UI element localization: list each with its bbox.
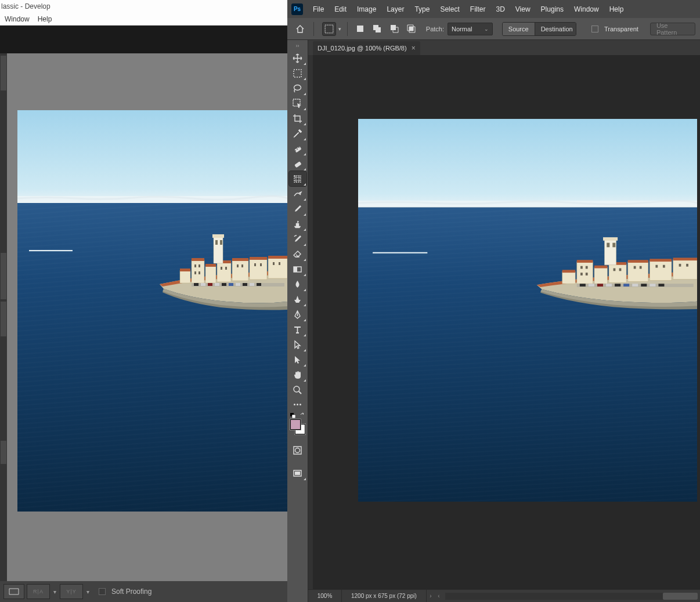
svg-point-16 [298,147,300,148]
ps-hscrollbar[interactable] [445,593,698,600]
lasso-tool-icon[interactable] [289,81,306,96]
ps-toolbox: ›› [287,40,308,602]
direct-select-tool-icon[interactable] [289,352,306,367]
ps-menu-plugins[interactable]: Plugins [536,0,569,18]
ps-document-tab[interactable]: DJI_0120.jpg @ 100% (RGB/8) × [313,41,420,55]
eraser-tool-icon[interactable] [289,246,306,262]
ps-canvas[interactable] [308,55,700,589]
ps-menu-file[interactable]: File [308,0,329,18]
type-tool-icon[interactable] [289,322,306,337]
dropdown-icon[interactable]: ▾ [85,589,91,595]
pen-tool-icon[interactable] [289,307,306,322]
patch-source-button[interactable]: Source [503,23,535,35]
selection-new-icon[interactable] [353,22,367,36]
use-pattern-button: Use Pattern [650,23,695,35]
fg-color-swatch[interactable] [290,419,301,430]
lr-menubar: Window Help [0,13,287,26]
ps-image [358,119,697,502]
close-icon[interactable]: × [412,44,416,52]
transparent-label[interactable]: Transparent [604,26,638,32]
spot-heal-tool-icon[interactable] [289,141,306,156]
marquee-tool-icon[interactable] [289,66,306,81]
lr-leftcol-btn[interactable] [1,56,6,90]
patch-tool-icon[interactable] [289,171,306,186]
ps-document-area: DJI_0120.jpg @ 100% (RGB/8) × 100% 1200 … [308,40,700,602]
selection-subtract-icon[interactable] [387,22,400,36]
lr-leftcol [0,53,7,581]
edit-toolbar-icon[interactable] [289,398,306,410]
ps-menu-window[interactable]: Window [569,0,604,18]
lr-soft-proof-label[interactable]: Soft Proofing [111,588,151,596]
color-swatches[interactable] [290,419,305,434]
ps-menu-layer[interactable]: Layer [381,0,409,18]
svg-rect-4 [376,27,381,32]
lr-menu-help[interactable]: Help [38,15,52,23]
collapse-icon[interactable]: ›› [287,41,308,50]
swap-colors-icon[interactable] [300,412,305,418]
tab-label: DJI_0120.jpg @ 100% (RGB/8) [317,45,407,52]
default-colors-icon[interactable] [290,413,295,418]
ps-menu-3d[interactable]: 3D [490,0,510,18]
ps-menu-edit[interactable]: Edit [329,0,352,18]
lr-header-dark [0,26,287,53]
patch-destination-button[interactable]: Destination [535,23,577,35]
screen-mode-icon[interactable] [289,466,306,481]
svg-point-23 [294,386,300,392]
brush-tool-icon[interactable] [289,201,306,216]
lr-menu-window[interactable]: Window [5,15,30,23]
dodge-tool-icon[interactable] [289,292,306,307]
scrollbar-thumb[interactable] [663,593,698,600]
patch-mode-select[interactable]: Normal ⌄ [448,23,493,35]
ps-menu-filter[interactable]: Filter [465,0,491,18]
chevron-right-icon[interactable]: › [427,593,435,599]
svg-rect-1 [325,25,333,33]
ps-dimensions[interactable]: 1200 px x 675 px (72 ppi) [342,590,427,602]
photoshop-window: Ps File Edit Image Layer Type Select Fil… [287,0,700,602]
lr-loupe-view-icon[interactable] [3,584,24,599]
ps-ruler-vert [308,55,313,589]
home-icon[interactable] [292,21,308,37]
lr-leftcol-btn[interactable] [1,253,6,299]
lr-before-after-icon[interactable]: R|A [27,584,50,599]
quick-mask-icon[interactable] [289,443,306,458]
lr-soft-proof-checkbox[interactable] [99,588,106,595]
svg-rect-30 [295,472,300,475]
svg-rect-2 [357,26,363,32]
ps-logo: Ps [291,3,303,15]
lr-leftcol-btn[interactable] [1,302,6,336]
ps-zoom-value[interactable]: 100% [308,590,342,602]
transparent-checkbox[interactable] [591,26,598,32]
ps-current-tool-picker[interactable]: ▾ [322,22,341,36]
ps-statusbar: 100% 1200 px x 675 px (72 ppi) › ‹ [308,589,700,602]
patch-mode-value: Normal [452,26,472,32]
blur-tool-icon[interactable] [289,277,306,292]
selection-add-icon[interactable] [370,22,384,36]
lr-leftcol-btn[interactable] [1,441,6,464]
svg-rect-26 [292,415,295,418]
object-select-tool-icon[interactable] [289,96,306,111]
hand-tool-icon[interactable] [289,367,306,382]
chevron-left-icon[interactable]: ‹ [435,593,443,599]
gradient-tool-icon[interactable] [289,262,306,277]
clone-stamp-tool-icon[interactable] [289,216,306,231]
lr-compare-icon[interactable]: Y|Y [60,584,83,599]
lr-canvas[interactable] [0,53,287,581]
eyedropper-tool-icon[interactable] [289,126,306,141]
history-brush-tool-icon[interactable] [289,231,306,246]
move-tool-icon[interactable] [289,50,306,66]
crop-tool-icon[interactable] [289,111,306,126]
heal-brush-tool-icon[interactable] [289,156,306,171]
dropdown-icon[interactable]: ▾ [52,589,57,595]
patch-source-dest-group: Source Destination [502,22,577,36]
path-select-tool-icon[interactable] [289,337,306,352]
ps-menu-help[interactable]: Help [604,0,629,18]
zoom-tool-icon[interactable] [289,382,306,397]
content-aware-move-icon[interactable] [289,186,306,201]
ps-menu-select[interactable]: Select [435,0,464,18]
selection-intersect-icon[interactable] [405,22,418,36]
svg-point-11 [294,85,301,90]
ps-menu-image[interactable]: Image [352,0,381,18]
svg-point-15 [297,148,298,150]
ps-menu-type[interactable]: Type [409,0,435,18]
ps-menu-view[interactable]: View [510,0,536,18]
